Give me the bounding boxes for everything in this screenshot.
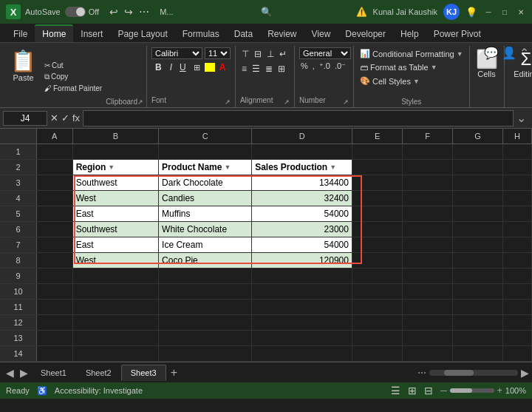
cell-g3[interactable]	[453, 175, 503, 190]
cell-b4[interactable]: West	[73, 191, 159, 206]
format-painter-button[interactable]: 🖌 Format Painter	[42, 84, 104, 93]
user-avatar[interactable]: KJ	[443, 4, 460, 20]
cell-c8[interactable]: Coco Pie	[159, 253, 252, 268]
row-num-9[interactable]: 9	[0, 269, 37, 283]
tab-view[interactable]: View	[304, 26, 338, 42]
conditional-formatting-button[interactable]: 📊 Conditional Formatting ▼	[357, 47, 466, 60]
cancel-formula-button[interactable]: ✕	[50, 112, 58, 124]
cell-h1[interactable]	[503, 144, 532, 159]
border-button[interactable]: ⊞	[191, 62, 203, 73]
font-color-button[interactable]: A	[216, 61, 229, 73]
cell-c13[interactable]	[159, 331, 252, 345]
col-header-h[interactable]: H	[503, 129, 532, 143]
cell-f4[interactable]	[403, 191, 453, 206]
cell-f5[interactable]	[403, 206, 453, 221]
cell-g1[interactable]	[453, 144, 503, 159]
cell-c12[interactable]	[159, 315, 252, 330]
cell-f12[interactable]	[403, 315, 453, 330]
cell-b13[interactable]	[73, 331, 159, 345]
search-icon[interactable]: 🔍	[261, 7, 272, 17]
cell-c2-product[interactable]: Product Name ▼	[159, 160, 252, 175]
name-box[interactable]: J4	[3, 111, 47, 126]
cell-b14[interactable]	[73, 346, 159, 361]
row-num-2[interactable]: 2	[0, 160, 37, 175]
cell-h11[interactable]	[503, 300, 532, 314]
col-header-e[interactable]: E	[352, 129, 403, 143]
col-header-a[interactable]: A	[37, 129, 73, 143]
cell-e13[interactable]	[352, 331, 403, 345]
cut-button[interactable]: ✂ Cut	[42, 61, 104, 70]
cell-g11[interactable]	[453, 300, 503, 314]
cell-e12[interactable]	[352, 315, 403, 330]
cell-f11[interactable]	[403, 300, 453, 314]
cell-b6[interactable]: Southwest	[73, 222, 159, 237]
cell-a13[interactable]	[37, 331, 73, 345]
cell-h3[interactable]	[503, 175, 532, 190]
sheet-tab-3[interactable]: Sheet3	[121, 365, 166, 381]
cell-d7[interactable]: 54000	[252, 237, 352, 252]
row-num-8[interactable]: 8	[0, 253, 37, 268]
maximize-button[interactable]: □	[499, 7, 510, 17]
row-num-7[interactable]: 7	[0, 237, 37, 252]
cell-a5[interactable]	[37, 206, 73, 221]
tab-developer[interactable]: Developer	[338, 26, 393, 42]
cell-a14[interactable]	[37, 346, 73, 361]
cell-a1[interactable]	[37, 144, 73, 159]
sheet-nav-right-button[interactable]: ▶	[17, 367, 31, 379]
cell-f3[interactable]	[403, 175, 453, 190]
col-header-f[interactable]: F	[403, 129, 453, 143]
align-right-button[interactable]: ≣	[264, 62, 274, 75]
number-expand-icon[interactable]: ↗	[343, 98, 349, 106]
merge-button[interactable]: ⊞	[276, 62, 287, 75]
region-filter-icon[interactable]: ▼	[108, 163, 115, 171]
cell-d14[interactable]	[252, 346, 352, 361]
row-num-1[interactable]: 1	[0, 144, 37, 159]
cell-g6[interactable]	[453, 222, 503, 237]
close-button[interactable]: ✕	[516, 7, 526, 17]
cell-b10[interactable]	[73, 284, 159, 299]
tab-file[interactable]: File	[6, 26, 35, 42]
cell-g10[interactable]	[453, 284, 503, 299]
tab-home[interactable]: Home	[35, 24, 73, 42]
sheet-tab-1[interactable]: Sheet1	[31, 365, 76, 381]
tab-help[interactable]: Help	[393, 26, 426, 42]
cell-g4[interactable]	[453, 191, 503, 206]
font-size-select[interactable]: 11	[205, 47, 231, 59]
scroll-right-button[interactable]: ▶	[521, 367, 529, 379]
cell-b1[interactable]	[73, 144, 159, 159]
sheet-tab-2[interactable]: Sheet2	[76, 365, 121, 381]
cell-g9[interactable]	[453, 269, 503, 283]
cell-h6[interactable]	[503, 222, 532, 237]
tab-page-layout[interactable]: Page Layout	[110, 26, 174, 42]
tab-formulas[interactable]: Formulas	[175, 26, 227, 42]
underline-button[interactable]: U	[177, 61, 189, 73]
cell-f1[interactable]	[403, 144, 453, 159]
cell-e6[interactable]	[352, 222, 403, 237]
cell-f6[interactable]	[403, 222, 453, 237]
cell-h4[interactable]	[503, 191, 532, 206]
align-left-button[interactable]: ≡	[240, 62, 248, 75]
cell-e14[interactable]	[352, 346, 403, 361]
cell-b3[interactable]: Southwest	[73, 175, 159, 190]
cell-c10[interactable]	[159, 284, 252, 299]
zoom-in-button[interactable]: +	[497, 385, 502, 396]
wrap-text-button[interactable]: ↵	[278, 47, 288, 61]
row-num-11[interactable]: 11	[0, 300, 37, 314]
cell-b2-region[interactable]: Region ▼	[73, 160, 159, 175]
cell-b7[interactable]: East	[73, 237, 159, 252]
cell-g7[interactable]	[453, 237, 503, 252]
help-icon[interactable]: 💡	[466, 6, 477, 18]
cell-e8[interactable]	[352, 253, 403, 268]
cell-g5[interactable]	[453, 206, 503, 221]
cell-b5[interactable]: East	[73, 206, 159, 221]
cell-f2[interactable]	[403, 160, 453, 175]
zoom-slider[interactable]	[450, 388, 494, 393]
cell-f8[interactable]	[403, 253, 453, 268]
col-header-d[interactable]: D	[252, 129, 352, 143]
cell-d12[interactable]	[252, 315, 352, 330]
comments-button[interactable]: 💬	[484, 46, 499, 60]
paste-button[interactable]: 📋 Paste	[6, 47, 41, 106]
alignment-expand-icon[interactable]: ↗	[284, 98, 290, 106]
align-bottom-button[interactable]: ⊥	[265, 47, 276, 61]
formula-input[interactable]	[83, 110, 514, 126]
